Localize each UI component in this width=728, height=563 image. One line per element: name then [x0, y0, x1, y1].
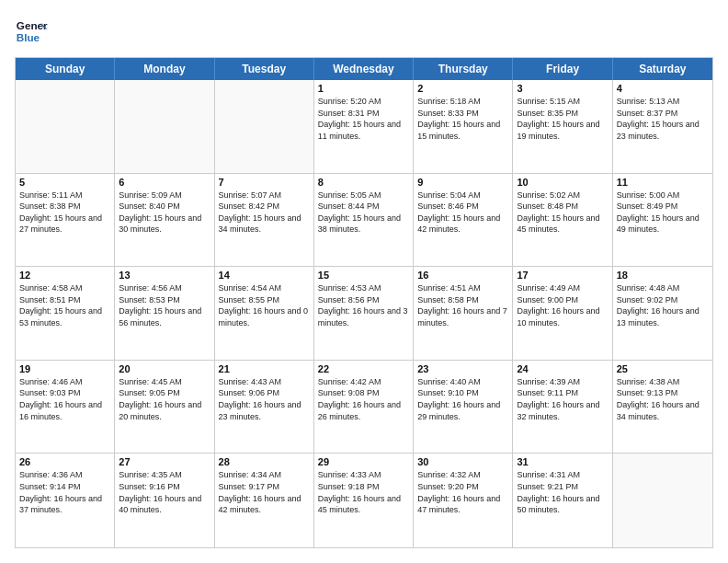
day-number: 31 [517, 456, 608, 467]
day-info: Sunrise: 5:20 AMSunset: 8:31 PMDaylight:… [318, 96, 409, 142]
cal-cell-empty [16, 80, 115, 173]
day-number: 1 [318, 83, 409, 94]
day-header-tuesday: Tuesday [215, 58, 314, 80]
logo-icon: General Blue [15, 15, 48, 48]
day-info: Sunrise: 4:35 AMSunset: 9:16 PMDaylight:… [119, 469, 210, 515]
cal-cell-day-14: 14Sunrise: 4:54 AMSunset: 8:55 PMDayligh… [215, 267, 314, 360]
day-info: Sunrise: 5:09 AMSunset: 8:40 PMDaylight:… [119, 190, 210, 236]
day-header-saturday: Saturday [613, 58, 712, 80]
day-info: Sunrise: 4:53 AMSunset: 8:56 PMDaylight:… [318, 282, 409, 328]
day-number: 26 [19, 456, 110, 467]
cal-cell-day-22: 22Sunrise: 4:42 AMSunset: 9:08 PMDayligh… [314, 361, 414, 454]
day-info: Sunrise: 4:39 AMSunset: 9:11 PMDaylight:… [517, 376, 608, 422]
day-info: Sunrise: 4:34 AMSunset: 9:17 PMDaylight:… [219, 469, 310, 515]
day-number: 27 [119, 456, 210, 467]
cal-cell-day-27: 27Sunrise: 4:35 AMSunset: 9:16 PMDayligh… [115, 454, 214, 547]
day-info: Sunrise: 4:38 AMSunset: 9:13 PMDaylight:… [617, 376, 709, 422]
cal-cell-day-18: 18Sunrise: 4:48 AMSunset: 9:02 PMDayligh… [613, 267, 712, 360]
day-number: 23 [417, 363, 508, 374]
day-info: Sunrise: 4:54 AMSunset: 8:55 PMDaylight:… [219, 282, 310, 328]
day-number: 14 [219, 270, 310, 281]
day-number: 5 [19, 177, 110, 188]
calendar-body: 1Sunrise: 5:20 AMSunset: 8:31 PMDaylight… [16, 80, 712, 547]
cal-cell-day-20: 20Sunrise: 4:45 AMSunset: 9:05 PMDayligh… [115, 361, 214, 454]
cal-cell-empty [613, 454, 712, 547]
day-number: 30 [417, 456, 508, 467]
day-number: 11 [617, 177, 709, 188]
day-number: 21 [219, 363, 310, 374]
cal-cell-day-4: 4Sunrise: 5:13 AMSunset: 8:37 PMDaylight… [613, 80, 712, 173]
day-header-friday: Friday [513, 58, 612, 80]
cal-cell-day-28: 28Sunrise: 4:34 AMSunset: 9:17 PMDayligh… [215, 454, 314, 547]
day-info: Sunrise: 4:51 AMSunset: 8:58 PMDaylight:… [417, 282, 508, 328]
day-info: Sunrise: 5:18 AMSunset: 8:33 PMDaylight:… [417, 96, 508, 142]
day-info: Sunrise: 5:11 AMSunset: 8:38 PMDaylight:… [19, 190, 110, 236]
day-info: Sunrise: 4:45 AMSunset: 9:05 PMDaylight:… [119, 376, 210, 422]
cal-cell-day-7: 7Sunrise: 5:07 AMSunset: 8:42 PMDaylight… [215, 174, 314, 267]
day-info: Sunrise: 5:04 AMSunset: 8:46 PMDaylight:… [417, 190, 508, 236]
day-number: 29 [318, 456, 409, 467]
cal-cell-day-19: 19Sunrise: 4:46 AMSunset: 9:03 PMDayligh… [16, 361, 115, 454]
cal-row-2: 5Sunrise: 5:11 AMSunset: 8:38 PMDaylight… [16, 174, 712, 268]
day-number: 22 [318, 363, 409, 374]
day-info: Sunrise: 5:02 AMSunset: 8:48 PMDaylight:… [517, 190, 608, 236]
cal-cell-day-21: 21Sunrise: 4:43 AMSunset: 9:06 PMDayligh… [215, 361, 314, 454]
cal-cell-day-23: 23Sunrise: 4:40 AMSunset: 9:10 PMDayligh… [414, 361, 513, 454]
cal-row-3: 12Sunrise: 4:58 AMSunset: 8:51 PMDayligh… [16, 267, 712, 361]
day-number: 7 [219, 177, 310, 188]
logo: General Blue [15, 15, 51, 48]
cal-cell-day-2: 2Sunrise: 5:18 AMSunset: 8:33 PMDaylight… [414, 80, 513, 173]
day-info: Sunrise: 4:40 AMSunset: 9:10 PMDaylight:… [417, 376, 508, 422]
cal-cell-day-31: 31Sunrise: 4:31 AMSunset: 9:21 PMDayligh… [513, 454, 612, 547]
day-info: Sunrise: 4:32 AMSunset: 9:20 PMDaylight:… [417, 469, 508, 515]
cal-cell-day-5: 5Sunrise: 5:11 AMSunset: 8:38 PMDaylight… [16, 174, 115, 267]
day-number: 17 [517, 270, 608, 281]
cal-cell-day-6: 6Sunrise: 5:09 AMSunset: 8:40 PMDaylight… [115, 174, 214, 267]
cal-cell-day-16: 16Sunrise: 4:51 AMSunset: 8:58 PMDayligh… [414, 267, 513, 360]
calendar: SundayMondayTuesdayWednesdayThursdayFrid… [15, 57, 713, 548]
cal-cell-day-15: 15Sunrise: 4:53 AMSunset: 8:56 PMDayligh… [314, 267, 414, 360]
day-number: 2 [417, 83, 508, 94]
day-number: 9 [417, 177, 508, 188]
cal-cell-day-3: 3Sunrise: 5:15 AMSunset: 8:35 PMDaylight… [513, 80, 612, 173]
day-number: 3 [517, 83, 608, 94]
cal-cell-day-26: 26Sunrise: 4:36 AMSunset: 9:14 PMDayligh… [16, 454, 115, 547]
day-number: 20 [119, 363, 210, 374]
day-number: 18 [617, 270, 709, 281]
day-number: 28 [219, 456, 310, 467]
cal-cell-day-30: 30Sunrise: 4:32 AMSunset: 9:20 PMDayligh… [414, 454, 513, 547]
cal-cell-day-12: 12Sunrise: 4:58 AMSunset: 8:51 PMDayligh… [16, 267, 115, 360]
day-info: Sunrise: 4:31 AMSunset: 9:21 PMDaylight:… [517, 469, 608, 515]
cal-cell-day-11: 11Sunrise: 5:00 AMSunset: 8:49 PMDayligh… [613, 174, 712, 267]
day-info: Sunrise: 5:07 AMSunset: 8:42 PMDaylight:… [219, 190, 310, 236]
day-info: Sunrise: 4:42 AMSunset: 9:08 PMDaylight:… [318, 376, 409, 422]
cal-cell-day-8: 8Sunrise: 5:05 AMSunset: 8:44 PMDaylight… [314, 174, 414, 267]
calendar-header: SundayMondayTuesdayWednesdayThursdayFrid… [16, 58, 712, 80]
day-number: 10 [517, 177, 608, 188]
cal-cell-empty [115, 80, 214, 173]
cal-cell-day-17: 17Sunrise: 4:49 AMSunset: 9:00 PMDayligh… [513, 267, 612, 360]
day-number: 25 [617, 363, 709, 374]
cal-cell-day-29: 29Sunrise: 4:33 AMSunset: 9:18 PMDayligh… [314, 454, 414, 547]
day-number: 4 [617, 83, 709, 94]
day-info: Sunrise: 4:43 AMSunset: 9:06 PMDaylight:… [219, 376, 310, 422]
day-info: Sunrise: 4:48 AMSunset: 9:02 PMDaylight:… [617, 282, 709, 328]
day-info: Sunrise: 5:05 AMSunset: 8:44 PMDaylight:… [318, 190, 409, 236]
cal-cell-day-1: 1Sunrise: 5:20 AMSunset: 8:31 PMDaylight… [314, 80, 414, 173]
day-number: 19 [19, 363, 110, 374]
day-header-thursday: Thursday [414, 58, 513, 80]
cal-cell-day-25: 25Sunrise: 4:38 AMSunset: 9:13 PMDayligh… [613, 361, 712, 454]
day-info: Sunrise: 4:56 AMSunset: 8:53 PMDaylight:… [119, 282, 210, 328]
day-info: Sunrise: 5:13 AMSunset: 8:37 PMDaylight:… [617, 96, 709, 142]
day-number: 16 [417, 270, 508, 281]
svg-text:Blue: Blue [17, 31, 40, 43]
day-number: 24 [517, 363, 608, 374]
day-info: Sunrise: 4:58 AMSunset: 8:51 PMDaylight:… [19, 282, 110, 328]
cal-cell-day-9: 9Sunrise: 5:04 AMSunset: 8:46 PMDaylight… [414, 174, 513, 267]
day-info: Sunrise: 5:15 AMSunset: 8:35 PMDaylight:… [517, 96, 608, 142]
day-header-wednesday: Wednesday [314, 58, 414, 80]
day-number: 12 [19, 270, 110, 281]
day-info: Sunrise: 4:49 AMSunset: 9:00 PMDaylight:… [517, 282, 608, 328]
day-info: Sunrise: 4:36 AMSunset: 9:14 PMDaylight:… [19, 469, 110, 515]
cal-cell-empty [215, 80, 314, 173]
